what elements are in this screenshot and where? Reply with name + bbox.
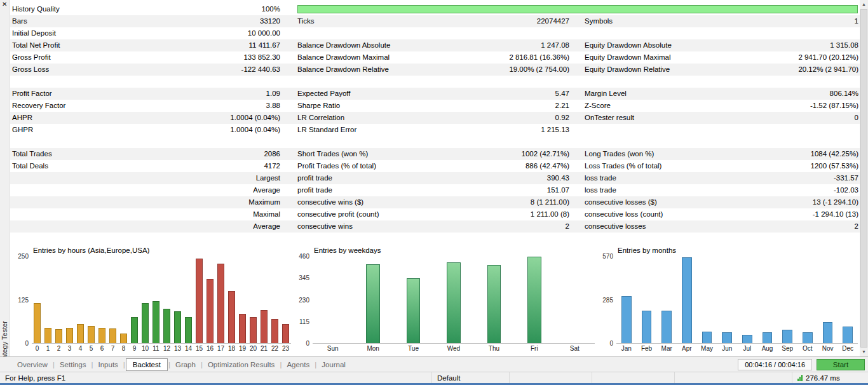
stat-label: Equity Drawdown Absolute — [571, 39, 735, 51]
x-tick-label: Mon — [353, 344, 393, 354]
status-segment — [592, 372, 675, 383]
stat-label: consecutive losses ($) — [571, 196, 735, 208]
x-tick-label: Thu — [474, 344, 514, 354]
stat-label: Balance Drawdown Relative — [281, 64, 442, 76]
bar-17 — [217, 264, 224, 343]
stat-label: LR Standard Error — [281, 124, 442, 136]
stat-value: 1002 (42.71%) — [442, 148, 571, 160]
tab-inputs[interactable]: Inputs — [94, 359, 123, 370]
stat-row: Averageconsecutive wins2consecutive loss… — [10, 220, 860, 233]
stat-label: loss trade — [571, 184, 735, 196]
stat-value: 2 — [442, 220, 571, 233]
stat-value: -102.03 — [735, 184, 860, 196]
status-profile[interactable]: Default — [432, 372, 510, 383]
bar-11 — [153, 301, 159, 343]
stat-row: GHPR1.0004 (0.04%)LR Standard Error1 215… — [10, 124, 860, 136]
x-tick-label: Sun — [313, 344, 353, 354]
bar-slot — [75, 257, 86, 343]
bar-3 — [66, 328, 73, 343]
vertical-scrollbar[interactable]: ▲ ▼ — [860, 0, 868, 356]
stat-label: Balance Drawdown Maximal — [281, 51, 442, 64]
stat-label: Total Net Profit — [10, 39, 140, 51]
stat-label: consecutive wins — [281, 220, 442, 233]
tab-backtest[interactable]: Backtest — [126, 358, 168, 371]
history-quality-row: History Quality 100% — [10, 3, 860, 15]
bar-Wed — [447, 262, 461, 343]
tab-agents[interactable]: Agents — [282, 359, 314, 370]
tab-journal[interactable]: Journal — [317, 359, 350, 370]
scrollbar-thumb[interactable] — [860, 9, 867, 348]
x-tick-label: 19 — [237, 344, 248, 354]
bar-Sep — [782, 330, 792, 343]
bar-slot — [194, 257, 205, 343]
bar-0 — [34, 303, 41, 343]
stat-value: Largest — [140, 172, 281, 184]
stat-label: Equity Drawdown Maximal — [571, 51, 735, 64]
x-tick-label: 10 — [140, 344, 151, 354]
bar-Aug — [763, 332, 773, 343]
x-tick-label: 6 — [97, 344, 107, 354]
x-tick-label: Aug — [757, 344, 778, 354]
bar-slot — [677, 257, 697, 343]
status-segment — [675, 372, 792, 383]
y-tick-label: 345 — [299, 275, 309, 281]
close-icon[interactable]: ✕ — [2, 0, 7, 9]
stat-value: 806.14% — [735, 88, 860, 100]
chart-y-axis: 2501250 — [10, 257, 32, 344]
stat-value — [735, 124, 860, 136]
stat-value: 1200 (57.53%) — [735, 160, 860, 172]
stat-label: loss trade — [571, 172, 735, 184]
bar-15 — [196, 259, 203, 343]
x-tick-label: Nov — [818, 344, 838, 354]
bar-slot — [353, 257, 393, 343]
stat-value: Average — [140, 220, 281, 233]
x-tick-label: Jul — [737, 344, 757, 354]
stat-value: 8 (1 211.00) — [442, 196, 571, 208]
bar-slot — [280, 257, 291, 343]
stat-value: 0.92 — [442, 112, 571, 124]
bar-slot — [140, 257, 151, 343]
bar-slot — [237, 257, 248, 343]
tab-graph[interactable]: Graph — [171, 359, 200, 370]
stat-value: 22074427 — [442, 15, 571, 27]
stat-value: 2086 — [140, 148, 281, 160]
stat-label: OnTester result — [571, 112, 735, 124]
bar-18 — [228, 291, 235, 343]
bar-2 — [55, 329, 62, 343]
bar-Thu — [487, 265, 501, 343]
tab-optimization-results[interactable]: Optimization Results — [203, 359, 279, 370]
x-tick-label: 22 — [269, 344, 280, 354]
stats-rows: Bars33120Ticks22074427Symbols1Initial De… — [10, 15, 860, 233]
stat-value: 0 — [735, 112, 860, 124]
bar-Apr — [682, 257, 692, 343]
tab-settings[interactable]: Settings — [55, 359, 91, 370]
y-tick-label: 285 — [602, 297, 613, 304]
scroll-up-icon[interactable]: ▲ — [860, 0, 868, 9]
start-button[interactable]: Start — [817, 359, 865, 370]
bar-10 — [142, 303, 149, 343]
stat-value: 33120 — [140, 15, 281, 27]
x-tick-label: 16 — [205, 344, 215, 354]
history-quality-progress-fill — [298, 6, 857, 13]
stat-row: Averageprofit trade151.07loss trade-102.… — [10, 184, 860, 196]
stat-value: 1.09 — [140, 88, 281, 100]
stat-label — [10, 208, 140, 220]
bar-Feb — [642, 311, 652, 343]
stat-row: Profit Factor1.09Expected Payoff5.47Marg… — [10, 88, 860, 100]
bar-slot — [183, 257, 194, 343]
stat-label — [571, 124, 735, 136]
x-tick-label: Oct — [797, 344, 818, 354]
bar-slot — [697, 257, 717, 343]
tab-overview[interactable]: Overview — [13, 359, 52, 370]
bar-slot — [737, 257, 757, 343]
scroll-down-icon[interactable]: ▼ — [860, 348, 868, 356]
stat-row: Initial Deposit10 000.00 — [10, 27, 860, 39]
stat-value: 133 852.30 — [140, 51, 281, 64]
stat-value: 1 215.13 — [442, 124, 571, 136]
x-tick-label: 20 — [248, 344, 259, 354]
stat-label: profit trade — [281, 184, 442, 196]
bar-5 — [88, 326, 95, 343]
bar-slot — [514, 257, 554, 343]
strategy-tester-side-strip: ✕ Strategy Tester — [0, 0, 10, 372]
x-tick-label: 11 — [151, 344, 161, 354]
